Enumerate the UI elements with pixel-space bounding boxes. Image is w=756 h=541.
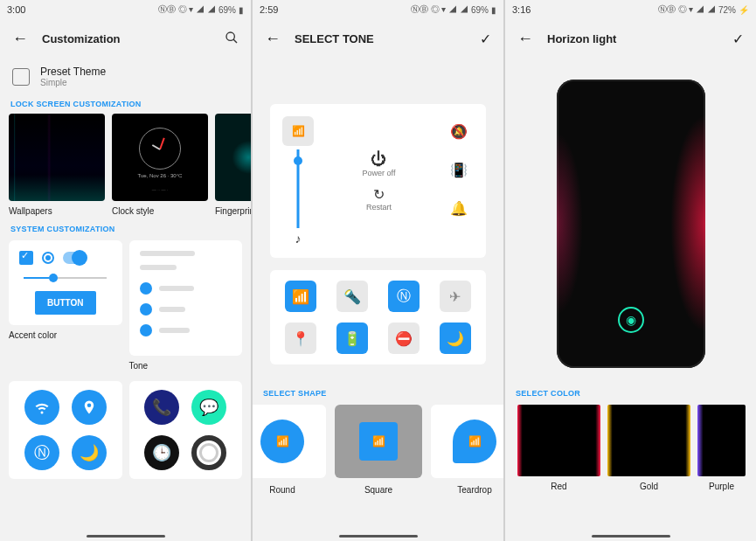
screen-select-tone: 2:59 ⓃⒷ ◎ ▾ ◢ ◢ 69% ▮ ← SELECT TONE ✓ 📶 … [253, 0, 503, 541]
svg-line-1 [233, 39, 237, 43]
screen-customization: 3:00 ⓃⒷ ◎ ▾ ◢ ◢ 69% ▮ ← Customization Pr… [0, 0, 251, 541]
wallpaper-thumb [9, 114, 105, 201]
lock-screen-options[interactable]: Wallpapers Tue, Nov 26 · 30°C — ·· — · C… [0, 112, 251, 219]
shape-teardrop[interactable]: 📶 [431, 405, 503, 478]
nav-indicator[interactable] [87, 535, 165, 538]
qs-night-icon[interactable]: 🌙 [440, 323, 471, 354]
color-red[interactable]: Red [517, 405, 600, 496]
qs-dnd-icon[interactable]: ⛔ [388, 323, 420, 354]
nav-indicator[interactable] [339, 535, 418, 538]
qs-flashlight-icon[interactable]: 🔦 [336, 281, 368, 312]
icons-card-left[interactable]: Ⓝ 🌙 [9, 381, 122, 479]
power-off-option[interactable]: ⏻ Power off [363, 150, 396, 177]
status-time: 3:00 [7, 4, 25, 15]
camera-icon [191, 435, 226, 470]
color-gold[interactable]: Gold [607, 405, 690, 496]
clock-thumb: Tue, Nov 26 · 30°C — ·· — · [112, 114, 208, 201]
card-tone[interactable]: Tone [129, 240, 243, 372]
quick-settings-preview: 📶 🔦 Ⓝ ✈ 📍 🔋 ⛔ 🌙 [270, 270, 486, 364]
volume-slider[interactable] [289, 149, 307, 228]
section-lock-label: LOCK SCREEN CUSTOMIZATION [0, 94, 251, 112]
icon-shape-cards: Ⓝ 🌙 📞 💬 🕒 [0, 376, 251, 482]
shape-label-square: Square [335, 485, 422, 495]
back-icon[interactable]: ← [517, 30, 533, 48]
option-wallpapers[interactable]: Wallpapers [9, 114, 105, 218]
status-bar: 2:59 ⓃⒷ ◎ ▾ ◢ ◢ 69% ▮ [253, 0, 503, 17]
status-time: 3:16 [512, 4, 531, 15]
svg-point-0 [226, 32, 234, 40]
phone-preview: ◉ [557, 80, 705, 368]
shape-label-teardrop: Teardrop [431, 485, 503, 495]
message-icon: 💬 [191, 390, 226, 425]
page-title: SELECT TONE [295, 32, 466, 45]
shape-round[interactable]: 📶 [253, 405, 326, 478]
status-icons: ⓃⒷ ◎ ▾ ◢ ◢ 72% ⚡ [658, 3, 749, 16]
wifi-icon [24, 390, 59, 425]
mute-icon[interactable]: 🔕 [444, 116, 474, 146]
toggle-icon [63, 252, 86, 264]
shape-label-round: Round [253, 485, 326, 495]
confirm-icon[interactable]: ✓ [480, 31, 491, 47]
radio-icon [42, 252, 54, 264]
section-color-label: SELECT COLOR [505, 384, 756, 401]
preset-theme-row[interactable]: Preset Theme Simple [0, 60, 251, 94]
status-bar: 3:00 ⓃⒷ ◎ ▾ ◢ ◢ 69% ▮ [0, 0, 251, 17]
qs-battery-icon[interactable]: 🔋 [336, 323, 368, 354]
search-icon[interactable] [225, 31, 239, 48]
header: ← SELECT TONE ✓ [253, 17, 503, 60]
slider-icon [24, 277, 107, 279]
qs-location-icon[interactable]: 📍 [285, 323, 316, 354]
nfc-icon: Ⓝ [24, 435, 59, 470]
page-title: Horizon light [547, 32, 718, 45]
status-bar: 3:16 ⓃⒷ ◎ ▾ ◢ ◢ 72% ⚡ [505, 0, 756, 17]
status-time: 2:59 [260, 4, 278, 15]
qs-wifi-icon[interactable]: 📶 [285, 281, 316, 312]
checkbox-icon [19, 251, 33, 265]
color-options[interactable]: Red Gold Purple [505, 401, 756, 500]
color-purple[interactable]: Purple [697, 405, 746, 496]
header: ← Customization [0, 17, 251, 60]
ring-icon: 📶 [282, 116, 314, 146]
confirm-icon[interactable]: ✓ [732, 31, 744, 47]
option-fingerprint[interactable]: Fingerprint [215, 114, 251, 218]
status-icons: ⓃⒷ ◎ ▾ ◢ ◢ 69% ▮ [158, 3, 244, 16]
section-system-label: SYSTEM CUSTOMIZATION [0, 219, 251, 237]
restart-option[interactable]: ↻ Restart [366, 186, 392, 212]
shape-square[interactable]: 📶 [335, 405, 422, 478]
screen-horizon-light: 3:16 ⓃⒷ ◎ ▾ ◢ ◢ 72% ⚡ ← Horizon light ✓ … [505, 0, 756, 541]
header: ← Horizon light ✓ [505, 17, 756, 60]
qs-airplane-icon[interactable]: ✈ [440, 281, 471, 312]
icons-card-right[interactable]: 📞 💬 🕒 [129, 381, 243, 479]
button-sample: BUTTON [35, 291, 96, 315]
location-icon [72, 390, 107, 425]
fingerprint-thumb [215, 114, 251, 201]
phone-icon: 📞 [144, 390, 179, 425]
system-cards: BUTTON Accent color Tone [0, 237, 251, 376]
option-clock-style[interactable]: Tue, Nov 26 · 30°C — ·· — · Clock style [112, 114, 208, 218]
section-shape-label: SELECT SHAPE [253, 384, 503, 401]
card-accent[interactable]: BUTTON Accent color [9, 240, 122, 372]
preset-title: Preset Theme [40, 66, 106, 78]
fingerprint-icon: ◉ [618, 307, 644, 333]
night-icon: 🌙 [72, 435, 107, 470]
vibrate-icon[interactable]: 📳 [444, 155, 474, 184]
ring-bell-icon[interactable]: 🔔 [444, 193, 474, 223]
preset-subtitle: Simple [40, 78, 106, 87]
clock-icon: 🕒 [144, 435, 179, 470]
back-icon[interactable]: ← [12, 30, 28, 48]
music-note-icon: ♪ [295, 232, 302, 246]
qs-nfc-icon[interactable]: Ⓝ [388, 281, 420, 312]
shape-options[interactable]: 📶 📶 📶 [253, 401, 491, 482]
status-icons: ⓃⒷ ◎ ▾ ◢ ◢ 69% ▮ [411, 3, 496, 16]
back-icon[interactable]: ← [265, 30, 281, 48]
shirt-icon [12, 68, 30, 86]
tone-preview-card: 📶 ♪ ⏻ Power off ↻ Restart 🔕 📳 🔔 [270, 104, 486, 258]
page-title: Customization [42, 32, 211, 45]
nav-indicator[interactable] [592, 535, 670, 538]
